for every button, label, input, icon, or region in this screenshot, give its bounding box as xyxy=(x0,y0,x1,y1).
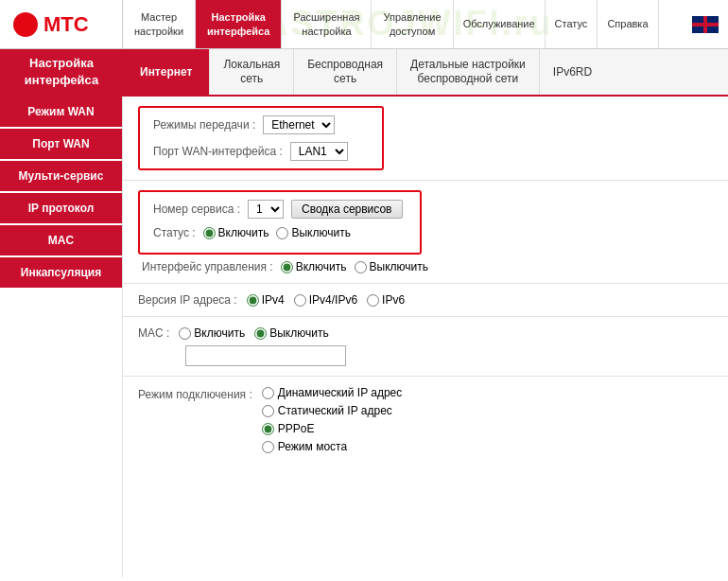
encap-dynamic-input[interactable] xyxy=(262,387,274,399)
mac-off-input[interactable] xyxy=(254,327,267,340)
wan-mode-select[interactable]: Ethernet ADSL xyxy=(263,115,335,134)
ipv4-input[interactable] xyxy=(247,294,259,307)
interface-on-input[interactable] xyxy=(281,261,293,273)
multiservice-highlight-box: Номер сервиса : 1 Сводка сервисов Статус… xyxy=(138,190,422,255)
encap-row: Режим подключения : Динамический IP адре… xyxy=(138,386,713,453)
service-number-row: Номер сервиса : 1 Сводка сервисов xyxy=(153,200,407,219)
mac-label: MAC : xyxy=(138,326,169,340)
interface-off-radio[interactable]: Выключить xyxy=(355,260,428,273)
top-nav: Мастер настройки Настройка интерфейса Ра… xyxy=(123,0,728,48)
status-off-input[interactable] xyxy=(276,227,288,239)
flag-uk-icon[interactable] xyxy=(692,16,719,33)
multiservice-section: Номер сервиса : 1 Сводка сервисов Статус… xyxy=(123,181,728,284)
encap-options: Динамический IP адрес Статический IP адр… xyxy=(262,386,402,453)
top-nav-item-status[interactable]: Статус xyxy=(546,0,598,48)
encapsulation-section: Режим подключения : Динамический IP адре… xyxy=(123,377,728,463)
sub-nav-item-local[interactable]: Локальная сеть xyxy=(210,49,294,95)
top-nav-item-service[interactable]: Обслуживание xyxy=(454,0,546,48)
sub-nav-item-ipv6rd[interactable]: IPv6RD xyxy=(540,49,605,95)
sub-nav-item-wireless[interactable]: Беспроводная сеть xyxy=(294,49,397,95)
ipv4-radio[interactable]: IPv4 xyxy=(247,293,285,307)
encap-label: Режим подключения : xyxy=(138,386,252,401)
sub-nav-item-wireless-detail[interactable]: Детальные настройки беспроводной сети xyxy=(397,49,540,95)
top-nav-item-advanced[interactable]: Расширенная настройка xyxy=(282,0,372,48)
sub-nav-item-internet[interactable]: Интернет xyxy=(123,49,210,95)
mac-on-input[interactable] xyxy=(179,327,191,340)
mac-on-radio[interactable]: Включить xyxy=(179,326,245,340)
encap-pppoe-input[interactable] xyxy=(262,423,274,435)
content-area: Режимы передачи : Ethernet ADSL Порт WAN… xyxy=(123,97,728,577)
wan-port-label: Порт WAN-интерфейса : xyxy=(153,145,283,158)
ip-protocol-section: Версия IP адреса : IPv4 IPv4/IPv6 IPv6 xyxy=(123,284,728,317)
wan-section: Режимы передачи : Ethernet ADSL Порт WAN… xyxy=(123,97,728,181)
sub-nav: Интернет Локальная сеть Беспроводная сет… xyxy=(123,49,728,95)
wan-port-select[interactable]: LAN1 LAN2 LAN3 LAN4 xyxy=(290,142,348,161)
status-off-radio[interactable]: Выключить xyxy=(276,226,350,239)
mac-row: MAC : Включить Выключить xyxy=(138,326,713,340)
wan-highlight-box: Режимы передачи : Ethernet ADSL Порт WAN… xyxy=(138,106,384,170)
service-number-select[interactable]: 1 xyxy=(248,200,284,219)
logo-circle xyxy=(13,12,38,37)
ip-version-row: Версия IP адреса : IPv4 IPv4/IPv6 IPv6 xyxy=(138,293,713,307)
interface-off-input[interactable] xyxy=(355,261,367,273)
sidebar: Режим WAN Порт WAN Мульти-сервис IP прот… xyxy=(0,97,123,577)
service-summary-btn[interactable]: Сводка сервисов xyxy=(291,200,402,219)
ipv6-radio[interactable]: IPv6 xyxy=(367,293,405,307)
encap-pppoe-radio[interactable]: PPPoE xyxy=(262,422,402,435)
ip-version-label: Версия IP адреса : xyxy=(138,293,237,307)
sidebar-item-multiservice[interactable]: Мульти-сервис xyxy=(0,161,122,193)
encap-bridge-radio[interactable]: Режим моста xyxy=(262,440,402,453)
page-title: Настройкаинтерфейса xyxy=(0,49,123,95)
ipv6-input[interactable] xyxy=(367,294,379,307)
sidebar-item-wan-mode[interactable]: Режим WAN xyxy=(0,97,122,129)
sidebar-item-mac[interactable]: MAC xyxy=(0,225,122,257)
status-on-radio[interactable]: Включить xyxy=(203,226,269,239)
interface-mgmt-label: Интерфейс управления : xyxy=(142,260,273,273)
encap-static-input[interactable] xyxy=(262,405,274,417)
service-number-label: Номер сервиса : xyxy=(153,202,240,216)
interface-mgmt-row: Интерфейс управления : Включить Выключит… xyxy=(138,260,713,273)
sidebar-item-encapsulation[interactable]: Инкапсуляция xyxy=(0,257,122,290)
logo-text: МТС xyxy=(43,12,89,37)
mac-section: MAC : Включить Выключить xyxy=(123,317,728,377)
interface-on-radio[interactable]: Включить xyxy=(281,260,347,273)
status-label: Статус : xyxy=(153,226,196,239)
top-nav-item-access[interactable]: Управление доступом xyxy=(372,0,453,48)
ipv4v6-input[interactable] xyxy=(294,294,306,307)
ipv4v6-radio[interactable]: IPv4/IPv6 xyxy=(294,293,357,307)
mac-off-radio[interactable]: Выключить xyxy=(254,326,328,340)
sidebar-item-wan-port[interactable]: Порт WAN xyxy=(0,129,122,161)
top-nav-item-help[interactable]: Справка xyxy=(598,0,658,48)
wan-mode-label: Режимы передачи : xyxy=(153,118,255,132)
wan-mode-row: Режимы передачи : Ethernet ADSL xyxy=(153,115,369,134)
encap-bridge-input[interactable] xyxy=(262,441,274,453)
top-nav-item-master[interactable]: Мастер настройки xyxy=(123,0,196,48)
mac-address-input[interactable] xyxy=(185,345,346,366)
sidebar-item-ip-protocol[interactable]: IP протокол xyxy=(0,193,122,225)
logo-area: МТС xyxy=(0,0,123,48)
top-nav-item-interface[interactable]: Настройка интерфейса xyxy=(196,0,282,48)
encap-static-radio[interactable]: Статический IP адрес xyxy=(262,404,402,417)
encap-dynamic-radio[interactable]: Динамический IP адрес xyxy=(262,386,402,399)
status-on-input[interactable] xyxy=(203,227,216,239)
wan-port-row: Порт WAN-интерфейса : LAN1 LAN2 LAN3 LAN… xyxy=(153,142,369,161)
status-row: Статус : Включить Выключить xyxy=(153,226,407,239)
